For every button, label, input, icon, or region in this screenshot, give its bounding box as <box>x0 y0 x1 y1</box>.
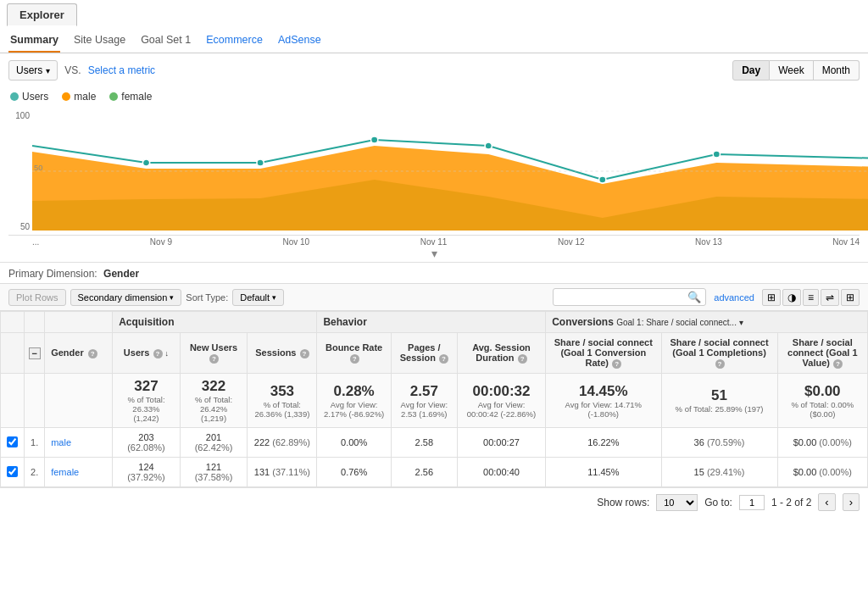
table-row: 1. male 203 (62.08%) 201 (62.42%) 222 (6… <box>1 428 868 458</box>
th-minus: − <box>25 333 45 374</box>
th-gender[interactable]: Gender ? <box>45 333 113 374</box>
row2-share-value: $0.00 (0.00%) <box>777 458 867 487</box>
legend-male: male <box>62 91 96 103</box>
month-button[interactable]: Month <box>814 60 860 81</box>
pie-view-icon[interactable]: ◑ <box>782 289 801 306</box>
chart-svg: 50 <box>32 108 868 235</box>
dropdown-arrow-icon: ▾ <box>272 293 276 302</box>
search-icon[interactable]: 🔍 <box>687 291 701 303</box>
tab-ecommerce[interactable]: Ecommerce <box>204 29 264 53</box>
svg-marker-1 <box>32 146 868 231</box>
info-icon: ? <box>715 359 725 369</box>
row2-pages: 2.56 <box>391 458 457 487</box>
week-button[interactable]: Week <box>770 60 813 81</box>
prev-page-button[interactable]: ‹ <box>818 493 835 511</box>
total-sessions: 353 % of Total: 26.36% (1,339) <box>248 374 317 428</box>
total-avg-session: 00:00:32 Avg for View: 00:00:42 (-22.86%… <box>457 374 545 428</box>
tab-bar: Summary Site Usage Goal Set 1 Ecommerce … <box>0 25 868 53</box>
y-label-100: 100 <box>8 111 32 120</box>
data-table: Acquisition Behavior Conversions Goal 1:… <box>0 311 868 487</box>
compare-view-icon[interactable]: ⇌ <box>821 289 839 306</box>
th-avg-session[interactable]: Avg. Session Duration ? <box>457 333 545 374</box>
time-controls: Day Week Month <box>732 60 860 81</box>
col-group-conversions: Conversions Goal 1: Share / social conne… <box>546 312 868 333</box>
pivot-view-icon[interactable]: ⊞ <box>841 289 860 306</box>
show-rows-select[interactable]: 10 25 50 100 <box>656 494 698 511</box>
day-button[interactable]: Day <box>732 60 770 81</box>
info-icon: ? <box>518 354 527 364</box>
total-bounce-rate: 0.28% Avg for View: 2.17% (-86.92%) <box>317 374 391 428</box>
th-share-social-rate[interactable]: Share / social connect (Goal 1 Conversio… <box>546 333 661 374</box>
svg-text:50: 50 <box>34 164 42 172</box>
primary-dimension: Primary Dimension: Gender <box>0 262 868 283</box>
total-share-completions: 51 % of Total: 25.89% (197) <box>661 374 777 428</box>
sort-icon[interactable]: ↓ <box>165 349 170 358</box>
search-input[interactable] <box>558 292 685 303</box>
row1-rank: 1. <box>25 428 45 458</box>
info-icon: ? <box>300 349 309 358</box>
grid-view-icon[interactable]: ⊞ <box>762 289 781 306</box>
th-share-social-value[interactable]: Share / social connect (Goal 1 Value) ? <box>777 333 867 374</box>
row1-checkbox[interactable] <box>7 436 18 447</box>
tab-adsense[interactable]: AdSense <box>276 29 323 53</box>
total-new-users: 322 % of Total: 26.42% (1,219) <box>180 374 248 428</box>
row1-checkbox-cell[interactable] <box>1 428 25 458</box>
male-link[interactable]: male <box>51 437 71 447</box>
th-bounce-rate[interactable]: Bounce Rate ? <box>317 333 391 374</box>
data-table-container: Acquisition Behavior Conversions Goal 1:… <box>0 311 868 487</box>
tab-goal-set-1[interactable]: Goal Set 1 <box>139 29 192 53</box>
list-view-icon[interactable]: ≡ <box>803 289 819 306</box>
table-footer: Show rows: 10 25 50 100 Go to: 1 - 2 of … <box>0 487 868 516</box>
row2-checkbox[interactable] <box>7 466 18 477</box>
th-share-social-completions[interactable]: Share / social connect (Goal 1 Completio… <box>661 333 777 374</box>
row2-new-users: 121 (37.58%) <box>180 458 248 487</box>
vs-text: VS. <box>64 64 81 76</box>
th-users[interactable]: Users ? ↓ <box>113 333 181 374</box>
info-icon: ? <box>439 354 448 364</box>
row1-gender: male <box>45 428 113 458</box>
row1-share-value: $0.00 (0.00%) <box>777 428 867 458</box>
th-checkbox <box>1 333 25 374</box>
minus-expand-icon[interactable]: − <box>29 347 41 359</box>
row2-bounce: 0.76% <box>317 458 391 487</box>
total-users: 327 % of Total: 26.33% (1,242) <box>113 374 181 428</box>
row2-share-completions: 15 (29.41%) <box>661 458 777 487</box>
row1-users: 203 (62.08%) <box>113 428 181 458</box>
row2-avg-session: 00:00:40 <box>457 458 545 487</box>
advanced-link[interactable]: advanced <box>714 292 754 303</box>
select-metric-link[interactable]: Select a metric <box>88 64 155 76</box>
goal-dropdown[interactable]: Goal 1: Share / social connect... ▾ <box>616 318 743 327</box>
th-pages-session[interactable]: Pages / Session ? <box>391 333 457 374</box>
next-page-button[interactable]: › <box>843 493 860 511</box>
female-link[interactable]: female <box>51 467 79 477</box>
view-icons: ⊞ ◑ ≡ ⇌ ⊞ <box>762 289 860 306</box>
th-new-users[interactable]: New Users ? <box>180 333 248 374</box>
secondary-dimension-dropdown[interactable]: Secondary dimension ▾ <box>70 289 182 306</box>
svg-point-2 <box>142 159 149 166</box>
tab-site-usage[interactable]: Site Usage <box>72 29 127 53</box>
default-sort-dropdown[interactable]: Default ▾ <box>232 289 284 306</box>
table-row: 2. female 124 (37.92%) 121 (37.58%) 131 … <box>1 458 868 487</box>
info-icon: ? <box>88 349 97 358</box>
plot-rows-button[interactable]: Plot Rows <box>8 289 66 306</box>
th-sessions[interactable]: Sessions ? <box>248 333 317 374</box>
explorer-tab[interactable]: Explorer <box>7 3 77 26</box>
svg-point-6 <box>599 176 606 183</box>
tab-summary[interactable]: Summary <box>8 29 60 53</box>
info-icon: ? <box>153 349 163 358</box>
controls-row: Users ▾ VS. Select a metric Day Week Mon… <box>0 53 868 87</box>
col-group-behavior: Behavior <box>317 312 546 333</box>
toolbar: Plot Rows Secondary dimension ▾ Sort Typ… <box>0 283 868 311</box>
row1-sessions: 222 (62.89%) <box>248 428 317 458</box>
row1-share-completions: 36 (70.59%) <box>661 428 777 458</box>
row2-checkbox-cell[interactable] <box>1 458 25 487</box>
info-icon: ? <box>612 359 621 369</box>
female-dot <box>109 92 118 101</box>
col-group-acquisition: Acquisition <box>113 312 317 333</box>
go-to-input[interactable] <box>739 495 765 510</box>
go-to-label: Go to: <box>704 497 732 508</box>
total-share-value: $0.00 % of Total: 0.00% ($0.00) <box>777 374 867 428</box>
svg-point-4 <box>371 136 378 143</box>
metric-dropdown[interactable]: Users ▾ <box>8 60 58 81</box>
row2-rank: 2. <box>25 458 45 487</box>
